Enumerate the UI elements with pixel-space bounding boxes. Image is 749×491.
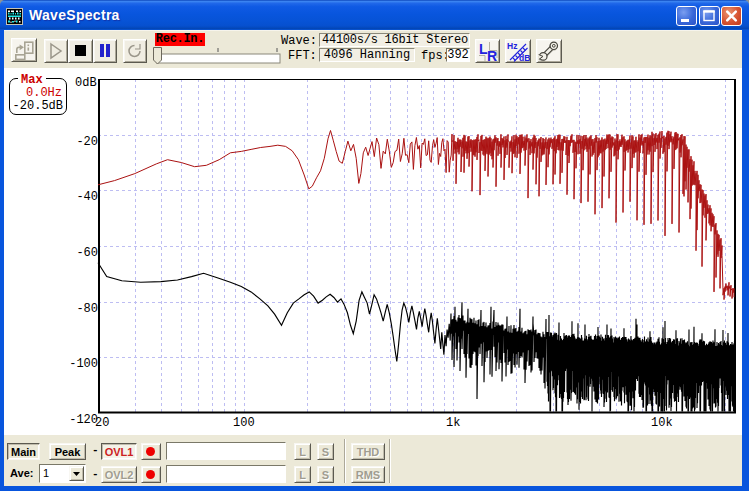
svg-text:dB: dB: [519, 53, 530, 62]
svg-text:Hz: Hz: [507, 41, 517, 51]
svg-text:R: R: [487, 48, 497, 62]
